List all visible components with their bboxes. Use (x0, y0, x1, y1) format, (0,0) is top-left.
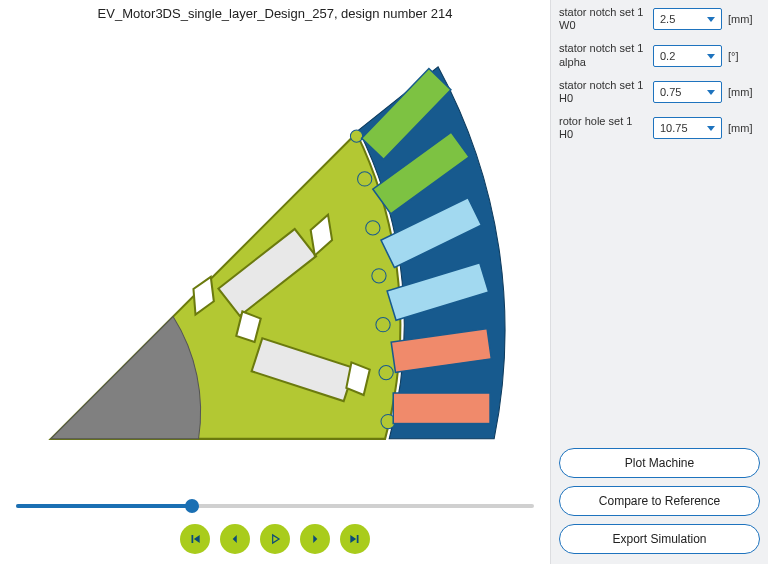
skip-first-icon (188, 532, 202, 546)
export-simulation-button[interactable]: Export Simulation (559, 524, 760, 554)
svg-point-8 (372, 269, 386, 283)
plot-machine-button[interactable]: Plot Machine (559, 448, 760, 478)
param-select-rotor-h0[interactable]: 10.75 (653, 117, 722, 139)
design-title: EV_Motor3DS_single_layer_Design_257, des… (10, 6, 540, 21)
motor-plot (10, 25, 540, 496)
slider-track[interactable] (16, 504, 534, 508)
compare-reference-button[interactable]: Compare to Reference (559, 486, 760, 516)
playback-controls (10, 524, 540, 564)
param-label-w0: stator notch set 1 W0 (559, 6, 647, 32)
param-select-alpha[interactable]: 0.2 (653, 45, 722, 67)
chevron-left-icon (228, 532, 242, 546)
param-value-w0: 2.5 (660, 13, 675, 25)
play-button[interactable] (260, 524, 290, 554)
param-select-h0[interactable]: 0.75 (653, 81, 722, 103)
param-select-w0[interactable]: 2.5 (653, 8, 722, 30)
param-value-rotor-h0: 10.75 (660, 122, 688, 134)
main-panel: EV_Motor3DS_single_layer_Design_257, des… (0, 0, 550, 564)
param-unit-h0: [mm] (728, 86, 760, 98)
skip-last-icon (348, 532, 362, 546)
parameter-panel: stator notch set 1 W0 2.5 [mm] stator no… (550, 0, 768, 564)
last-button[interactable] (340, 524, 370, 554)
param-label-alpha: stator notch set 1 alpha (559, 42, 647, 68)
param-label-h0: stator notch set 1 H0 (559, 79, 647, 105)
design-slider[interactable] (16, 496, 534, 516)
slider-fill (16, 504, 192, 508)
prev-button[interactable] (220, 524, 250, 554)
svg-point-9 (376, 318, 390, 332)
play-outline-icon (268, 532, 282, 546)
svg-rect-18 (393, 393, 490, 424)
first-button[interactable] (180, 524, 210, 554)
svg-point-7 (366, 221, 380, 235)
param-unit-w0: [mm] (728, 13, 760, 25)
svg-point-6 (358, 172, 372, 186)
param-label-rotor-h0: rotor hole set 1 H0 (559, 115, 647, 141)
param-unit-alpha: [°] (728, 50, 760, 62)
parameter-grid: stator notch set 1 W0 2.5 [mm] stator no… (559, 6, 760, 142)
param-value-alpha: 0.2 (660, 50, 675, 62)
slider-thumb[interactable] (185, 499, 199, 513)
panel-spacer (559, 142, 760, 441)
param-value-h0: 0.75 (660, 86, 681, 98)
svg-point-10 (379, 365, 393, 379)
param-unit-rotor-h0: [mm] (728, 122, 760, 134)
svg-point-12 (350, 130, 362, 142)
next-button[interactable] (300, 524, 330, 554)
motor-cross-section (10, 25, 540, 496)
chevron-right-icon (308, 532, 322, 546)
